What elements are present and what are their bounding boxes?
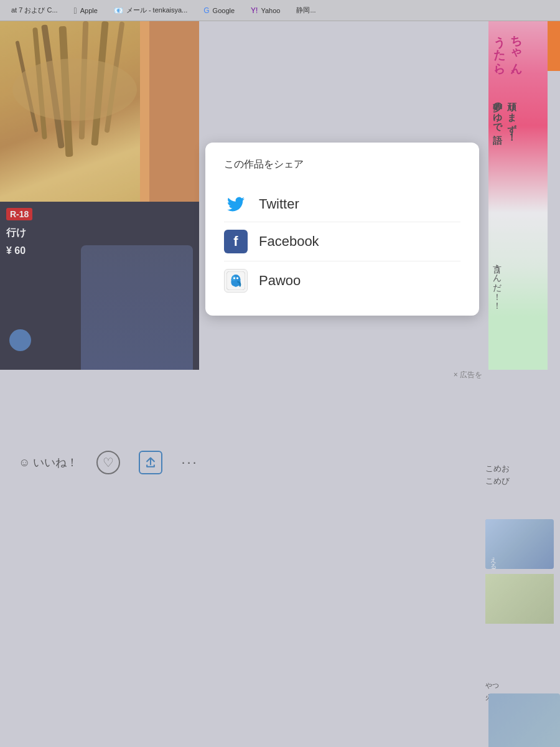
tab-bar: at 7 および C...  Apple 📧 メール - tenkaisya.… [0, 0, 560, 21]
svg-point-3 [233, 277, 235, 279]
tab-at7-label: at 7 および C... [11, 6, 58, 15]
background-dim [0, 21, 560, 747]
tab-yahoo[interactable]: Y! Yahoo [245, 4, 286, 17]
main-content: R-18 行け ¥ 60 うたら、 ちゃん、 夢のゆで語 頑りまず！ 言うんだ！… [0, 21, 560, 747]
mail-icon: 📧 [114, 6, 123, 15]
pawoo-icon [224, 269, 248, 293]
facebook-icon: f [224, 230, 248, 253]
tab-shizuoka-label: 静岡... [296, 6, 315, 15]
tab-google-label: Google [213, 7, 235, 14]
share-facebook-button[interactable]: f Facebook [224, 222, 460, 261]
apple-icon:  [74, 6, 77, 16]
pawoo-label: Pawoo [259, 273, 301, 289]
tab-mail[interactable]: 📧 メール - tenkaisya... [108, 3, 194, 17]
share-popup-title: この作品をシェア [224, 158, 460, 171]
share-twitter-button[interactable]: Twitter [224, 187, 460, 222]
tab-yahoo-label: Yahoo [261, 7, 280, 14]
yahoo-icon: Y! [251, 6, 258, 15]
twitter-icon [224, 194, 248, 214]
tab-google[interactable]: G Google [197, 4, 241, 17]
share-popup: この作品をシェア Twitter f Facebook [205, 143, 479, 316]
tab-mail-label: メール - tenkaisya... [126, 6, 187, 15]
svg-point-4 [236, 277, 238, 279]
tab-apple[interactable]:  Apple [68, 3, 104, 18]
tab-shizuoka[interactable]: 静岡... [290, 3, 322, 17]
facebook-label: Facebook [259, 233, 319, 250]
tab-apple-label: Apple [80, 7, 98, 14]
twitter-label: Twitter [259, 196, 299, 212]
tab-at7[interactable]: at 7 および C... [5, 3, 64, 17]
google-icon: G [203, 6, 209, 15]
share-pawoo-button[interactable]: Pawoo [224, 261, 460, 300]
